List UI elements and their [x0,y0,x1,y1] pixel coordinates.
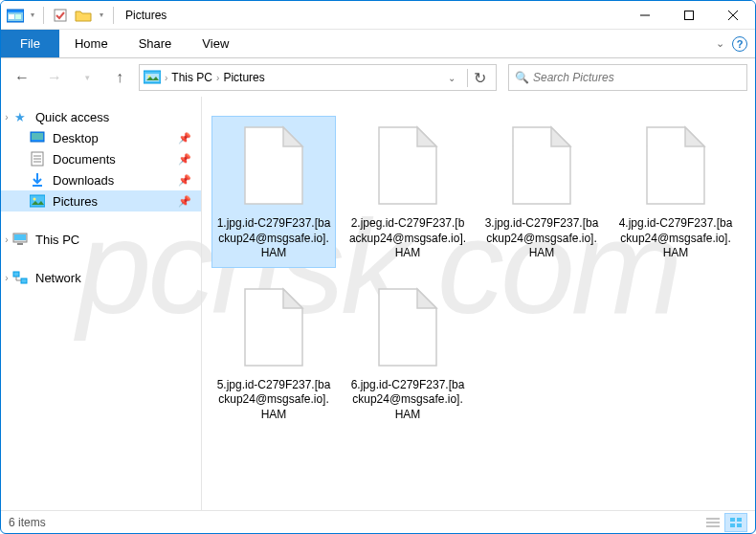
svg-rect-31 [730,523,735,527]
blank-file-icon [503,122,580,209]
title-bar: ▾ ▾ Pictures [1,1,755,30]
chevron-right-icon[interactable]: › [165,73,167,83]
svg-rect-30 [737,518,742,522]
maximize-button[interactable] [667,1,711,30]
pin-icon: 📌 [178,132,191,145]
sidebar-label: Quick access [35,110,109,124]
chevron-right-icon[interactable]: › [1,234,12,245]
pictures-icon [30,193,45,209]
search-box[interactable]: 🔍 [508,64,747,91]
blank-file-icon [235,122,312,209]
sidebar-item-desktop[interactable]: Desktop 📌 [1,127,201,148]
file-item[interactable]: 6.jpg.id-C279F237.[backup24@msgsafe.io].… [345,278,470,430]
large-icons-view-button[interactable] [724,513,747,532]
item-count: 6 items [9,516,46,529]
up-button[interactable]: ↑ [106,64,133,91]
svg-point-20 [33,198,36,201]
back-button[interactable]: ← [9,64,35,91]
sidebar-label: Documents [53,152,116,167]
recent-dropdown[interactable]: ▾ [74,64,100,91]
svg-rect-2 [9,14,14,19]
file-name: 5.jpg.id-C279F237.[backup24@msgsafe.io].… [214,378,333,423]
refresh-icon[interactable]: ↻ [467,69,492,87]
pictures-folder-icon [144,69,161,86]
pin-icon: 📌 [178,153,191,166]
search-input[interactable] [533,71,741,84]
sidebar-label: This PC [35,233,79,247]
svg-rect-25 [21,278,27,283]
sidebar-network[interactable]: › Network [1,267,201,288]
svg-rect-22 [14,234,26,240]
breadcrumb-pictures[interactable]: Pictures [223,71,264,84]
address-dropdown-icon[interactable]: ⌄ [440,73,463,83]
navigation-bar: ← → ▾ ↑ › This PC › Pictures ⌄ ↻ 🔍 [1,58,755,97]
pin-icon: 📌 [178,195,191,208]
chevron-right-icon[interactable]: › [1,273,12,283]
file-item[interactable]: 4.jpg.id-C279F237.[backup24@msgsafe.io].… [613,116,738,268]
expand-ribbon-icon[interactable]: ⌄ [716,37,724,50]
desktop-icon [30,130,45,145]
this-pc-icon [12,232,28,247]
svg-rect-4 [55,10,66,21]
svg-rect-24 [13,272,19,277]
sidebar-item-downloads[interactable]: Downloads 📌 [1,169,201,190]
sidebar-label: Desktop [53,131,99,145]
ribbon: File Home Share View ⌄ ? [1,30,755,58]
svg-rect-19 [30,195,45,207]
file-item[interactable]: 1.jpg.id-C279F237.[backup24@msgsafe.io].… [211,116,336,268]
file-name: 6.jpg.id-C279F237.[backup24@msgsafe.io].… [348,378,467,423]
properties-icon[interactable] [50,5,71,26]
sidebar-label: Downloads [53,173,114,188]
blank-file-icon [369,122,446,209]
quick-access-toolbar: ▾ ▾ [1,5,122,26]
chevron-right-icon[interactable]: › [216,73,219,83]
window-title: Pictures [122,9,167,22]
qat-dropdown-icon[interactable]: ▾ [28,5,37,26]
window-controls [623,1,755,30]
explorer-icon [5,5,26,26]
blank-file-icon [369,284,446,370]
tab-home[interactable]: Home [59,30,123,57]
file-list[interactable]: 1.jpg.id-C279F237.[backup24@msgsafe.io].… [202,97,755,510]
blank-file-icon [637,122,714,209]
svg-rect-23 [17,243,23,245]
sidebar-this-pc[interactable]: › This PC [1,229,201,250]
network-icon [12,270,28,285]
search-icon: 🔍 [515,71,529,84]
file-name: 4.jpg.id-C279F237.[backup24@msgsafe.io].… [616,216,735,261]
body: › ★ Quick access Desktop 📌 Documents 📌 D… [1,97,755,510]
close-button[interactable] [711,1,755,30]
sidebar-label: Pictures [53,194,98,209]
svg-rect-3 [15,14,21,19]
svg-rect-6 [685,11,694,19]
tab-view[interactable]: View [187,30,244,57]
breadcrumb-this-pc[interactable]: This PC [171,71,212,84]
pin-icon: 📌 [178,174,191,187]
documents-icon [30,151,45,167]
help-icon[interactable]: ? [732,36,747,52]
sidebar-quick-access[interactable]: › ★ Quick access [1,106,201,127]
sidebar-item-documents[interactable]: Documents 📌 [1,148,201,169]
tab-share[interactable]: Share [123,30,188,57]
file-item[interactable]: 2.jpeg.id-C279F237.[backup24@msgsafe.io]… [345,116,470,268]
svg-rect-13 [32,133,43,140]
chevron-right-icon[interactable]: › [1,112,12,122]
downloads-icon [30,172,45,188]
svg-rect-29 [730,518,735,522]
qat-customize-icon[interactable]: ▾ [96,5,107,26]
navigation-pane: › ★ Quick access Desktop 📌 Documents 📌 D… [1,97,202,510]
separator [43,7,44,24]
sidebar-label: Network [35,271,81,285]
status-bar: 6 items [1,510,755,533]
new-folder-icon[interactable] [73,5,94,26]
minimize-button[interactable] [623,1,667,30]
file-item[interactable]: 3.jpg.id-C279F237.[backup24@msgsafe.io].… [479,116,604,268]
file-name: 3.jpg.id-C279F237.[backup24@msgsafe.io].… [482,216,601,261]
blank-file-icon [235,284,312,370]
sidebar-item-pictures[interactable]: Pictures 📌 [1,190,201,211]
details-view-button[interactable] [701,513,724,532]
file-name: 2.jpeg.id-C279F237.[backup24@msgsafe.io]… [348,216,467,261]
address-bar[interactable]: › This PC › Pictures ⌄ ↻ [139,64,497,91]
file-tab[interactable]: File [1,30,59,57]
file-item[interactable]: 5.jpg.id-C279F237.[backup24@msgsafe.io].… [211,278,336,430]
